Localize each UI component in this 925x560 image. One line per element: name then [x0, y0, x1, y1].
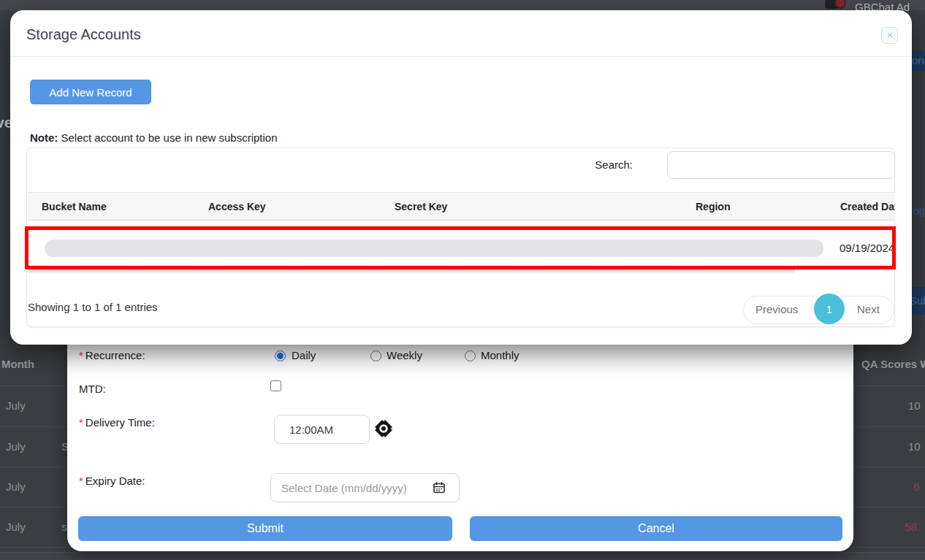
col-access-key[interactable]: Access Key — [208, 201, 266, 212]
calendar-icon[interactable] — [433, 481, 446, 494]
col-region[interactable]: Region — [696, 201, 730, 212]
subscription-form-modal: *Recurrence: Daily Weekly Monthly MTD: *… — [67, 314, 853, 551]
bg-table-cell: July — [6, 440, 26, 453]
bg-table-cell: 10 — [908, 399, 921, 412]
recurrence-option-weekly-label[interactable]: Weekly — [387, 349, 422, 361]
cancel-button[interactable]: Cancel — [470, 516, 842, 541]
expiry-date-input[interactable] — [270, 473, 460, 502]
submit-button[interactable]: Submit — [78, 516, 452, 541]
note-text: Note: Select account to be use in new su… — [30, 131, 278, 144]
mtd-label: MTD: — [79, 383, 106, 395]
bg-col-month-header: Month — [1, 358, 34, 370]
bg-table-cell: July — [6, 480, 26, 493]
accounts-table-card: Search: Bucket Name Access Key Secret Ke… — [26, 147, 895, 327]
redacted-account-data — [45, 239, 823, 257]
screen: GBChat Ad ve Month July July July July S… — [0, 0, 925, 560]
bg-table-cell-fragment: s — [61, 521, 67, 533]
entries-summary: Showing 1 to 1 of 1 entries — [28, 301, 158, 313]
recurrence-radio-monthly[interactable] — [465, 350, 476, 361]
search-input[interactable] — [667, 151, 895, 179]
bg-table-cell: July — [6, 521, 26, 533]
close-icon[interactable]: ✕ — [881, 27, 898, 44]
add-new-record-button[interactable]: Add New Record — [30, 80, 151, 104]
time-picker-crosshair-icon[interactable] — [373, 418, 394, 439]
recurrence-radio-daily[interactable] — [275, 350, 286, 361]
bg-table-cell: July — [6, 399, 26, 412]
table-header-row: Bucket Name Access Key Secret Key Region… — [28, 192, 895, 220]
bg-button-fragment-top[interactable]: on — [910, 50, 925, 72]
note-bold: Note: — [30, 131, 58, 144]
col-bucket-name[interactable]: Bucket Name — [42, 201, 107, 212]
col-secret-key[interactable]: Secret Key — [395, 201, 447, 212]
bg-link-fragment[interactable]: ogr — [913, 205, 925, 217]
bg-table-cell: 10 — [908, 440, 921, 453]
background-topbar — [0, 0, 925, 10]
expiry-date-label: *Expiry Date: — [79, 475, 145, 487]
modal-title: Storage Accounts — [26, 26, 141, 43]
divider — [10, 56, 912, 57]
created-date-cell: 09/19/2024 — [840, 242, 894, 254]
bg-table-cell: 58. — [905, 521, 920, 533]
search-label: Search: — [590, 158, 633, 171]
col-created-date[interactable]: Created Date — [840, 201, 895, 212]
pagination-previous[interactable]: Previous — [755, 303, 798, 315]
selected-account-row[interactable]: 09/19/2024 — [25, 226, 896, 269]
delivery-time-input[interactable] — [274, 415, 370, 444]
background-bottom-band — [0, 552, 925, 560]
recurrence-radio-weekly[interactable] — [370, 350, 381, 361]
mtd-checkbox[interactable] — [270, 380, 281, 391]
row-shadow — [28, 269, 795, 274]
required-asterisk: * — [79, 416, 83, 429]
bg-table-cell: 6 — [913, 480, 919, 493]
recurrence-option-monthly-label[interactable]: Monthly — [481, 349, 519, 361]
recurrence-option-daily-label[interactable]: Daily — [292, 349, 316, 361]
required-asterisk: * — [79, 475, 83, 487]
required-asterisk: * — [79, 349, 83, 361]
storage-accounts-modal: Storage Accounts ✕ Add New Record Note: … — [10, 10, 912, 345]
delivery-time-label: *Delivery Time: — [79, 416, 155, 429]
recurrence-label: *Recurrence: — [79, 349, 145, 361]
bg-col-qa-scores-header: QA Scores W — [861, 358, 925, 370]
pagination-page-1[interactable]: 1 — [814, 294, 845, 324]
pagination-next[interactable]: Next — [857, 303, 880, 315]
